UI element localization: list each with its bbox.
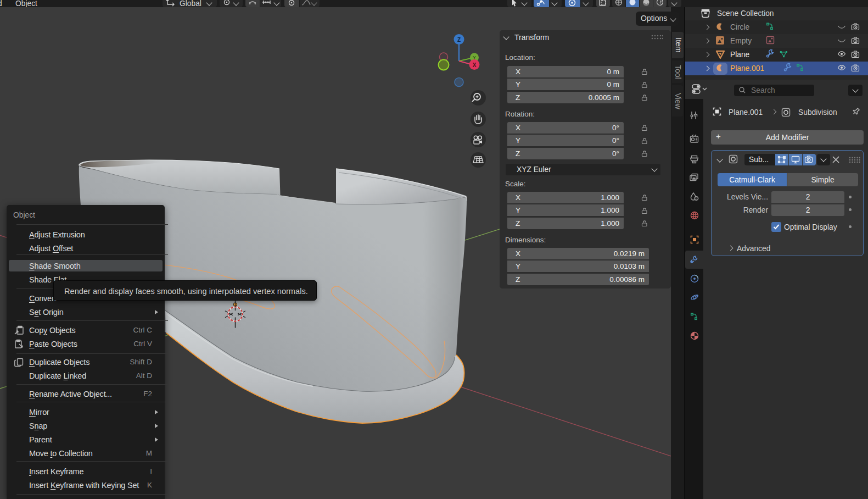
svg-text:X: X <box>473 62 477 68</box>
svg-text:Z: Z <box>457 37 461 43</box>
